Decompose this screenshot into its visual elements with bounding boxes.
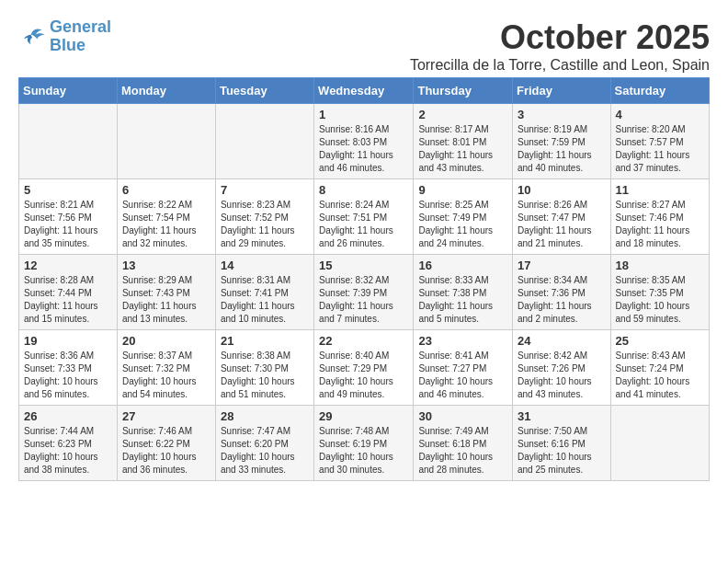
day-info: Sunrise: 8:22 AM Sunset: 7:54 PM Dayligh… [122, 199, 210, 250]
week-row-4: 19Sunrise: 8:36 AM Sunset: 7:33 PM Dayli… [19, 330, 710, 406]
calendar-cell [610, 406, 709, 481]
day-info: Sunrise: 8:19 AM Sunset: 7:59 PM Dayligh… [518, 123, 606, 175]
day-number: 5 [24, 183, 112, 197]
day-number: 14 [221, 259, 309, 272]
week-row-2: 5Sunrise: 8:21 AM Sunset: 7:56 PM Daylig… [19, 179, 710, 255]
calendar-cell: 4Sunrise: 8:20 AM Sunset: 7:57 PM Daylig… [610, 104, 709, 179]
calendar-cell: 12Sunrise: 8:28 AM Sunset: 7:44 PM Dayli… [19, 255, 118, 330]
day-number: 1 [319, 108, 408, 121]
calendar-cell: 27Sunrise: 7:46 AM Sunset: 6:22 PM Dayli… [117, 406, 215, 481]
day-number: 11 [616, 183, 704, 197]
day-info: Sunrise: 8:26 AM Sunset: 7:47 PM Dayligh… [518, 199, 606, 250]
calendar-cell: 28Sunrise: 7:47 AM Sunset: 6:20 PM Dayli… [215, 406, 313, 481]
day-info: Sunrise: 7:49 AM Sunset: 6:18 PM Dayligh… [418, 425, 507, 477]
day-number: 2 [418, 108, 507, 121]
day-info: Sunrise: 8:16 AM Sunset: 8:03 PM Dayligh… [319, 123, 408, 175]
calendar-cell [117, 104, 215, 179]
calendar-cell: 5Sunrise: 8:21 AM Sunset: 7:56 PM Daylig… [19, 179, 118, 255]
calendar-cell: 7Sunrise: 8:23 AM Sunset: 7:52 PM Daylig… [215, 179, 313, 255]
weekday-header-saturday: Saturday [610, 78, 709, 104]
calendar-cell: 15Sunrise: 8:32 AM Sunset: 7:39 PM Dayli… [314, 255, 414, 330]
day-number: 28 [221, 409, 309, 423]
weekday-header-wednesday: Wednesday [314, 78, 414, 104]
day-number: 22 [319, 334, 408, 348]
day-number: 20 [122, 334, 210, 348]
calendar-cell: 1Sunrise: 8:16 AM Sunset: 8:03 PM Daylig… [314, 104, 414, 179]
calendar-cell: 14Sunrise: 8:31 AM Sunset: 7:41 PM Dayli… [215, 255, 313, 330]
day-info: Sunrise: 8:32 AM Sunset: 7:39 PM Dayligh… [319, 274, 408, 326]
weekday-header-sunday: Sunday [19, 78, 118, 104]
calendar-cell: 13Sunrise: 8:29 AM Sunset: 7:43 PM Dayli… [117, 255, 215, 330]
calendar-cell: 29Sunrise: 7:48 AM Sunset: 6:19 PM Dayli… [314, 406, 414, 481]
calendar-cell: 16Sunrise: 8:33 AM Sunset: 7:38 PM Dayli… [414, 255, 513, 330]
calendar-cell: 2Sunrise: 8:17 AM Sunset: 8:01 PM Daylig… [414, 104, 513, 179]
day-info: Sunrise: 7:50 AM Sunset: 6:16 PM Dayligh… [518, 425, 606, 477]
weekday-header-friday: Friday [513, 78, 611, 104]
calendar-cell [19, 104, 118, 179]
day-number: 13 [122, 259, 210, 272]
day-info: Sunrise: 8:35 AM Sunset: 7:35 PM Dayligh… [616, 274, 704, 326]
day-number: 6 [122, 183, 210, 197]
calendar-cell: 18Sunrise: 8:35 AM Sunset: 7:35 PM Dayli… [610, 255, 709, 330]
calendar-cell: 26Sunrise: 7:44 AM Sunset: 6:23 PM Dayli… [19, 406, 118, 481]
day-info: Sunrise: 8:21 AM Sunset: 7:56 PM Dayligh… [24, 199, 112, 250]
day-number: 15 [319, 259, 408, 272]
day-number: 18 [616, 259, 704, 272]
day-info: Sunrise: 8:24 AM Sunset: 7:51 PM Dayligh… [319, 199, 408, 250]
week-row-3: 12Sunrise: 8:28 AM Sunset: 7:44 PM Dayli… [19, 255, 710, 330]
day-number: 16 [418, 259, 507, 272]
day-number: 26 [24, 409, 112, 423]
calendar-cell: 19Sunrise: 8:36 AM Sunset: 7:33 PM Dayli… [19, 330, 118, 406]
logo-text: General Blue [50, 18, 111, 55]
weekday-header-monday: Monday [117, 78, 215, 104]
day-info: Sunrise: 8:38 AM Sunset: 7:30 PM Dayligh… [221, 350, 309, 401]
day-info: Sunrise: 7:44 AM Sunset: 6:23 PM Dayligh… [24, 425, 112, 477]
calendar-cell: 31Sunrise: 7:50 AM Sunset: 6:16 PM Dayli… [513, 406, 611, 481]
day-number: 7 [221, 183, 309, 197]
day-info: Sunrise: 8:34 AM Sunset: 7:36 PM Dayligh… [518, 274, 606, 326]
day-info: Sunrise: 7:46 AM Sunset: 6:22 PM Dayligh… [122, 425, 210, 477]
day-info: Sunrise: 8:28 AM Sunset: 7:44 PM Dayligh… [24, 274, 112, 326]
calendar-cell: 8Sunrise: 8:24 AM Sunset: 7:51 PM Daylig… [314, 179, 414, 255]
calendar-cell: 9Sunrise: 8:25 AM Sunset: 7:49 PM Daylig… [414, 179, 513, 255]
day-number: 23 [418, 334, 507, 348]
day-number: 19 [24, 334, 112, 348]
calendar-cell: 10Sunrise: 8:26 AM Sunset: 7:47 PM Dayli… [513, 179, 611, 255]
day-number: 4 [616, 108, 704, 121]
day-number: 24 [518, 334, 606, 348]
day-number: 3 [518, 108, 606, 121]
day-info: Sunrise: 7:48 AM Sunset: 6:19 PM Dayligh… [319, 425, 408, 477]
day-info: Sunrise: 7:47 AM Sunset: 6:20 PM Dayligh… [221, 425, 309, 477]
week-row-1: 1Sunrise: 8:16 AM Sunset: 8:03 PM Daylig… [19, 104, 710, 179]
week-row-5: 26Sunrise: 7:44 AM Sunset: 6:23 PM Dayli… [19, 406, 710, 481]
day-number: 8 [319, 183, 408, 197]
day-number: 17 [518, 259, 606, 272]
day-number: 25 [616, 334, 704, 348]
day-info: Sunrise: 8:25 AM Sunset: 7:49 PM Dayligh… [418, 199, 507, 250]
calendar-cell: 23Sunrise: 8:41 AM Sunset: 7:27 PM Dayli… [414, 330, 513, 406]
day-number: 30 [418, 409, 507, 423]
day-info: Sunrise: 8:23 AM Sunset: 7:52 PM Dayligh… [221, 199, 309, 250]
day-number: 21 [221, 334, 309, 348]
day-info: Sunrise: 8:37 AM Sunset: 7:32 PM Dayligh… [122, 350, 210, 401]
month-title: October 2025 [410, 18, 710, 57]
day-info: Sunrise: 8:31 AM Sunset: 7:41 PM Dayligh… [221, 274, 309, 326]
calendar-cell: 22Sunrise: 8:40 AM Sunset: 7:29 PM Dayli… [314, 330, 414, 406]
logo: General Blue [18, 18, 111, 55]
day-info: Sunrise: 8:41 AM Sunset: 7:27 PM Dayligh… [418, 350, 507, 401]
calendar-cell: 24Sunrise: 8:42 AM Sunset: 7:26 PM Dayli… [513, 330, 611, 406]
day-info: Sunrise: 8:17 AM Sunset: 8:01 PM Dayligh… [418, 123, 507, 175]
weekday-header-tuesday: Tuesday [215, 78, 313, 104]
day-info: Sunrise: 8:36 AM Sunset: 7:33 PM Dayligh… [24, 350, 112, 401]
logo-bird-icon [18, 26, 46, 48]
day-number: 9 [418, 183, 507, 197]
day-number: 10 [518, 183, 606, 197]
title-section: October 2025 Torrecilla de la Torre, Cas… [410, 18, 710, 74]
day-number: 29 [319, 409, 408, 423]
calendar-cell: 11Sunrise: 8:27 AM Sunset: 7:46 PM Dayli… [610, 179, 709, 255]
weekday-header-thursday: Thursday [414, 78, 513, 104]
day-number: 27 [122, 409, 210, 423]
day-number: 31 [518, 409, 606, 423]
day-info: Sunrise: 8:42 AM Sunset: 7:26 PM Dayligh… [518, 350, 606, 401]
day-info: Sunrise: 8:29 AM Sunset: 7:43 PM Dayligh… [122, 274, 210, 326]
